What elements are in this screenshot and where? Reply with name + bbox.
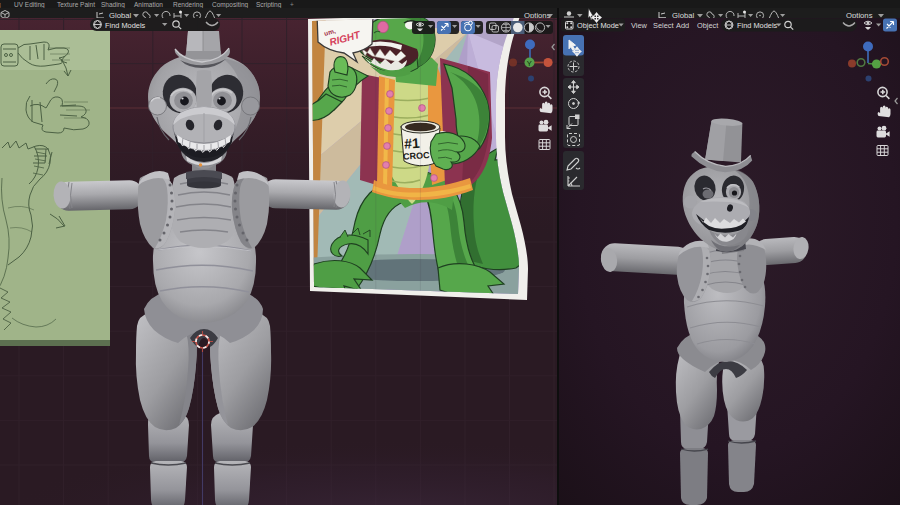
svg-text:Select: Select: [653, 21, 674, 30]
svg-text:Options: Options: [524, 11, 551, 18]
svg-text:View: View: [631, 21, 648, 30]
svg-text:CROC: CROC: [403, 150, 431, 162]
svg-text:#1: #1: [404, 135, 421, 152]
svg-text:Object: Object: [697, 21, 718, 30]
svg-text:Global: Global: [109, 11, 132, 18]
svg-text:Options: Options: [846, 11, 873, 18]
svg-text:Y: Y: [527, 59, 532, 68]
svg-text:Global: Global: [672, 11, 695, 18]
svg-text:Find Models: Find Models: [737, 21, 778, 30]
svg-text:Add: Add: [676, 21, 689, 30]
svg-text:Find Models: Find Models: [105, 21, 146, 30]
